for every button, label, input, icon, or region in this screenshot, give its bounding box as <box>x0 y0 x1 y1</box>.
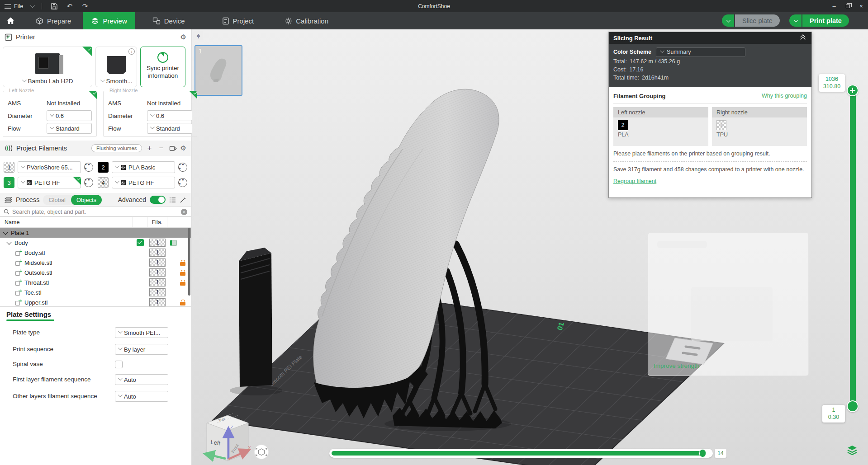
left-diameter-select[interactable]: 0.6 <box>47 110 92 121</box>
filament-3-menu-button[interactable]: ● ● ● <box>84 178 93 187</box>
part-icon <box>15 259 22 266</box>
filament-2-swatch[interactable]: 2 <box>98 162 109 173</box>
magic-wand-icon[interactable] <box>180 197 186 203</box>
filament-4-swatch[interactable]: 4 <box>98 177 109 188</box>
flushing-volumes-button[interactable]: Flushing volumes <box>91 144 142 152</box>
layer-slider-bottom-handle[interactable] <box>847 400 859 412</box>
slice-plate-dropdown[interactable] <box>722 14 734 27</box>
right-diameter-value: 0.6 <box>156 113 164 119</box>
spiral-vase-checkbox[interactable] <box>115 361 123 368</box>
minimize-button[interactable]: – <box>827 0 841 12</box>
printer-settings-gear-icon[interactable]: ⚙ <box>180 33 186 41</box>
chevron-down-icon[interactable] <box>6 240 11 244</box>
tree-scrollbar[interactable] <box>188 228 190 296</box>
tree-row-body[interactable]: Body 1 <box>0 238 191 248</box>
tab-prepare[interactable]: Prepare <box>28 12 79 29</box>
plate-assign-icon[interactable] <box>170 240 177 246</box>
tree-row-part[interactable]: Throat.stl 1 <box>0 277 191 287</box>
filament-1-menu-button[interactable]: ● ● ● <box>84 163 93 172</box>
filament-2-menu-button[interactable]: ● ● ● <box>178 163 187 172</box>
filament-1-select[interactable]: PVarioShore 65... <box>18 161 81 173</box>
part-filament-cell[interactable]: 1 <box>149 288 166 296</box>
view-orientation-button[interactable] <box>254 445 269 459</box>
process-global-tab[interactable]: Global <box>43 197 71 203</box>
part-filament-cell[interactable]: 1 <box>149 258 166 267</box>
chevron-down-icon[interactable] <box>3 230 8 235</box>
search-input[interactable] <box>12 209 178 215</box>
part-filament-cell[interactable]: 1 <box>149 249 166 257</box>
param-list-icon[interactable] <box>169 197 176 203</box>
ams-value: Not installed <box>147 100 180 107</box>
right-diameter-select[interactable]: 0.6 <box>147 110 192 121</box>
remove-filament-button[interactable]: − <box>157 144 166 153</box>
plate-card[interactable]: i Smooth... <box>95 47 137 87</box>
ams-label: AMS <box>108 100 147 107</box>
why-this-grouping-link[interactable]: Why this grouping <box>762 93 807 99</box>
plate-type-select[interactable]: Smooth PEI... <box>115 327 168 338</box>
advanced-toggle[interactable] <box>150 196 166 204</box>
part-filament-cell[interactable]: 1 <box>149 298 166 306</box>
other-layers-sequence-select[interactable]: Auto <box>115 391 168 402</box>
layer-slider-top-handle[interactable] <box>847 85 859 96</box>
save-button[interactable] <box>48 2 60 11</box>
plate-thumbnail[interactable]: 1 <box>194 45 242 96</box>
menu-icon[interactable] <box>5 4 11 9</box>
filament-settings-gear-icon[interactable]: ⚙ <box>180 144 186 152</box>
print-plate-dropdown[interactable] <box>789 14 802 27</box>
object-filament-cell[interactable]: 1 <box>149 239 166 247</box>
filament-2-select[interactable]: PLA Basic <box>112 161 175 173</box>
file-menu[interactable]: File <box>14 3 23 9</box>
tree-row-part[interactable]: Body.stl 1 <box>0 248 191 258</box>
filament-3-swatch[interactable]: 3 <box>4 177 14 188</box>
tree-row-part[interactable]: Midsole.stl 1 <box>0 258 191 268</box>
print-sequence-select[interactable]: By layer <box>115 344 168 355</box>
chevron-down-icon <box>726 18 731 22</box>
left-flow-select[interactable]: Standard <box>47 123 92 134</box>
part-icon <box>15 289 22 296</box>
clear-search-icon[interactable]: × <box>181 209 187 215</box>
tree-row-part[interactable]: Toe.stl 1 <box>0 287 191 297</box>
flow-label: Flow <box>8 125 47 132</box>
improve-strength-link[interactable]: Improve strength <box>654 362 699 369</box>
sync-filament-list-icon[interactable] <box>169 145 177 152</box>
sync-printer-button[interactable]: Sync printer information <box>140 47 185 87</box>
slicing-result-header[interactable]: Slicing Result <box>609 32 811 44</box>
part-filament-cell[interactable]: 1 <box>149 268 166 277</box>
slice-plate-button[interactable]: Slice plate <box>735 14 780 27</box>
file-menu-chevron-icon[interactable] <box>30 3 35 8</box>
layers-view-icon[interactable] <box>846 444 859 456</box>
tree-row-plate[interactable]: Plate 1 <box>0 228 191 238</box>
layer-slider-track[interactable] <box>850 90 856 407</box>
tree-row-part[interactable]: Outsole.stl 1 <box>0 268 191 277</box>
first-layer-sequence-select[interactable]: Auto <box>115 374 168 385</box>
collapse-panel-icon[interactable] <box>800 35 807 41</box>
tab-device[interactable]: Device <box>144 12 193 29</box>
print-plate-button[interactable]: Print plate <box>802 14 849 27</box>
tab-preview[interactable]: Preview <box>83 12 135 29</box>
filament-1-swatch[interactable]: 1 <box>4 162 14 173</box>
synced-check-icon <box>82 47 92 56</box>
process-objects-tab[interactable]: Objects <box>71 195 102 205</box>
tab-home[interactable] <box>0 12 21 29</box>
filament-3-select[interactable]: PETG HF <box>18 177 81 188</box>
sidebar-collapse-toggle[interactable]: ‹|› <box>193 31 203 40</box>
tab-calibration[interactable]: Calibration <box>276 12 337 29</box>
object-visible-checkbox[interactable] <box>137 239 144 246</box>
close-button[interactable]: × <box>854 0 868 12</box>
right-flow-select[interactable]: Standard <box>147 123 192 134</box>
info-icon[interactable]: i <box>128 48 135 55</box>
undo-button[interactable]: ↶ <box>64 2 76 11</box>
printer-card[interactable]: Bambu Lab H2D <box>3 47 92 87</box>
maximize-button[interactable] <box>841 0 854 12</box>
filament-4-menu-button[interactable]: ● ● ● <box>178 178 187 187</box>
add-filament-button[interactable]: + <box>146 144 154 153</box>
tree-row-part[interactable]: Upper.stl 1 <box>0 297 191 306</box>
redo-button[interactable]: ↷ <box>79 2 91 11</box>
regroup-filament-link[interactable]: Regroup filament <box>613 178 656 184</box>
prime-tower[interactable] <box>239 248 272 387</box>
step-slider-handle[interactable] <box>699 449 706 457</box>
filament-4-select[interactable]: PETG HF <box>112 177 175 188</box>
part-filament-cell[interactable]: 1 <box>149 278 166 287</box>
color-scheme-select[interactable]: Summary <box>656 47 745 57</box>
tab-project[interactable]: Project <box>214 12 262 29</box>
